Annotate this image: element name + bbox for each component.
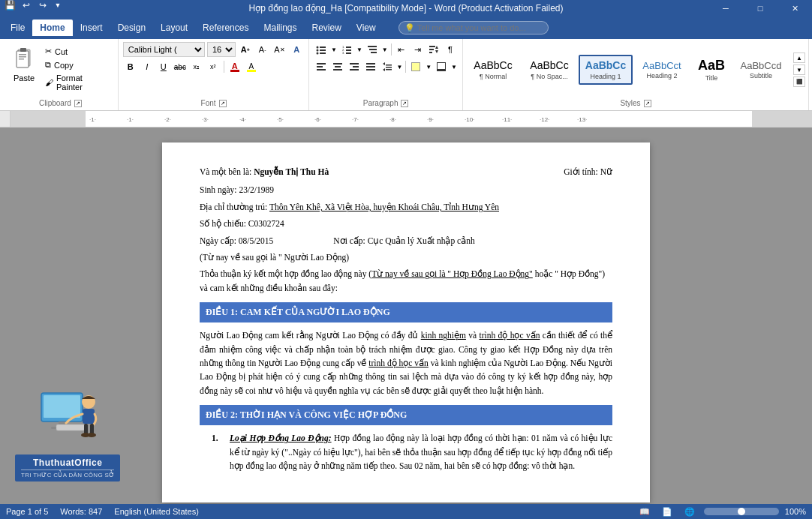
save-quick-btn[interactable]: 💾 — [3, 0, 17, 12]
show-hide-button[interactable]: ¶ — [443, 42, 458, 57]
customize-quick-btn[interactable]: ▼ — [53, 0, 63, 12]
svg-text:·13·: ·13· — [577, 116, 587, 123]
italic-button[interactable]: I — [140, 59, 155, 74]
styles-group-label: Styles — [620, 99, 640, 107]
copy-label: Copy — [54, 61, 74, 70]
view-read-btn[interactable]: 📖 — [636, 507, 653, 517]
style-heading1[interactable]: AaBbCc Heading 1 — [579, 55, 633, 85]
menu-item-review[interactable]: Review — [304, 20, 348, 36]
view-print-btn[interactable]: 📄 — [659, 507, 675, 517]
underline-button[interactable]: U — [156, 59, 171, 74]
style-subtitle-label: Subtitle — [750, 72, 772, 80]
font-name-select[interactable]: Calibri Light ( — [123, 42, 205, 57]
svg-text:·9·: ·9· — [427, 116, 434, 123]
line-spacing-dropdown[interactable]: ▼ — [395, 59, 403, 74]
align-left-button[interactable] — [314, 59, 329, 74]
close-button[interactable]: ✕ — [777, 0, 812, 16]
font-shrink-button[interactable]: A- — [255, 42, 270, 57]
font-group: Calibri Light ( 16 A+ A- A✕ A B I U ab — [119, 39, 309, 110]
font-color-button[interactable]: A — [227, 59, 242, 74]
align-center-button[interactable] — [330, 59, 345, 74]
style-no-spacing-preview: AaBbCc — [530, 59, 568, 72]
paragraph-expand-icon[interactable]: ↗ — [401, 100, 408, 107]
document-page[interactable]: Và một bên là: Nguyễn Thị Thu Hà Giới tí… — [162, 142, 650, 502]
sort-button[interactable] — [426, 42, 441, 57]
bullets-button[interactable] — [314, 42, 329, 57]
zoom-slider[interactable] — [704, 508, 779, 515]
numbering-dropdown[interactable]: ▼ — [356, 42, 363, 57]
svg-rect-63 — [56, 424, 85, 430]
ruler-corner[interactable] — [0, 111, 10, 128]
maximize-button[interactable]: □ — [743, 0, 777, 16]
font-size-select[interactable]: 16 — [207, 42, 236, 57]
text-effects-button[interactable]: A — [289, 42, 304, 57]
menu-item-layout[interactable]: Layout — [153, 20, 195, 36]
font-group-label: Font — [201, 99, 216, 107]
styles-more[interactable]: ⬛ — [793, 76, 805, 87]
logo-tagline: TRI THỨC CỦA DÂN CÔNG SỞ — [21, 472, 114, 478]
format-painter-button[interactable]: 🖌 Format Painter — [42, 72, 113, 93]
view-web-btn[interactable]: 🌐 — [681, 507, 698, 517]
language: English (United States) — [114, 507, 199, 516]
menu-item-insert[interactable]: Insert — [73, 20, 110, 36]
style-no-spacing[interactable]: AaBbCc ¶ No Spac... — [522, 55, 576, 85]
style-normal[interactable]: AaBbCc ¶ Normal — [466, 55, 520, 85]
borders-button[interactable] — [434, 59, 449, 74]
menu-item-references[interactable]: References — [195, 20, 256, 36]
style-heading2-label: Heading 2 — [646, 72, 677, 80]
status-bar: Page 1 of 5 Words: 847 English (United S… — [0, 504, 812, 519]
multilevel-button[interactable] — [365, 42, 380, 57]
menu-item-mailings[interactable]: Mailings — [256, 20, 304, 36]
svg-rect-13 — [346, 46, 351, 48]
cut-button[interactable]: ✂ Cut — [42, 45, 113, 58]
superscript-button[interactable]: x² — [206, 59, 221, 74]
strikethrough-button[interactable]: abc — [173, 59, 188, 74]
svg-rect-18 — [368, 46, 377, 47]
svg-rect-3 — [19, 54, 26, 56]
increase-indent-button[interactable]: ⇥ — [410, 42, 425, 57]
undo-quick-btn[interactable]: ↩ — [20, 0, 33, 12]
style-subtitle[interactable]: AaBbCcd Subtitle — [734, 56, 788, 85]
minimize-button[interactable]: ─ — [708, 0, 743, 16]
shading-dropdown[interactable]: ▼ — [425, 59, 432, 74]
menu-item-view[interactable]: View — [349, 20, 383, 36]
bold-button[interactable]: B — [123, 59, 138, 74]
highlight-button[interactable]: A — [244, 59, 259, 74]
format-painter-icon: 🖌 — [45, 78, 53, 87]
shading-button[interactable] — [408, 59, 423, 74]
font-expand-icon[interactable]: ↗ — [219, 100, 227, 107]
svg-rect-33 — [353, 66, 359, 68]
paste-button[interactable]: Paste — [8, 42, 41, 98]
decrease-indent-button[interactable]: ⇤ — [394, 42, 409, 57]
font-grow-button[interactable]: A+ — [238, 42, 253, 57]
font-clear-button[interactable]: A✕ — [272, 42, 287, 57]
menu-item-design[interactable]: Design — [110, 20, 153, 36]
styles-expand-icon[interactable]: ↗ — [644, 100, 651, 107]
style-title-label: Title — [705, 74, 718, 82]
redo-quick-btn[interactable]: ↪ — [36, 0, 50, 12]
svg-text:·4·: ·4· — [239, 116, 246, 123]
styles-scroll-down[interactable]: ▼ — [793, 64, 805, 75]
justify-button[interactable] — [363, 59, 378, 74]
styles-scroll-up[interactable]: ▲ — [793, 52, 805, 63]
align-right-button[interactable] — [347, 59, 362, 74]
logo-watermark: ThuthuatOffice TRI THỨC CỦA DÂN CÔNG SỞ — [15, 380, 120, 482]
subscript-button[interactable]: x₂ — [189, 59, 204, 74]
menu-item-home[interactable]: Home — [32, 20, 72, 36]
svg-rect-34 — [350, 69, 359, 70]
menu-item-file[interactable]: File — [3, 20, 32, 36]
style-heading1-preview: AaBbCc — [585, 59, 626, 72]
svg-rect-23 — [429, 52, 432, 53]
style-title[interactable]: AaB Title — [691, 53, 732, 87]
bullets-dropdown[interactable]: ▼ — [330, 42, 338, 57]
clipboard-expand-icon[interactable]: ↗ — [74, 100, 82, 107]
style-heading2[interactable]: AaBbCct Heading 2 — [635, 56, 689, 85]
multilevel-dropdown[interactable]: ▼ — [381, 42, 389, 57]
copy-button[interactable]: ⧉ Copy — [42, 58, 113, 71]
line-spacing-button[interactable] — [380, 59, 395, 74]
tell-me-input[interactable] — [398, 21, 549, 34]
borders-dropdown[interactable]: ▼ — [450, 59, 458, 74]
numbering-button[interactable]: 1.2.3. — [339, 42, 354, 57]
svg-text:·1·: ·1· — [127, 116, 134, 123]
document-area[interactable]: ThuthuatOffice TRI THỨC CỦA DÂN CÔNG SỞ … — [0, 128, 812, 504]
